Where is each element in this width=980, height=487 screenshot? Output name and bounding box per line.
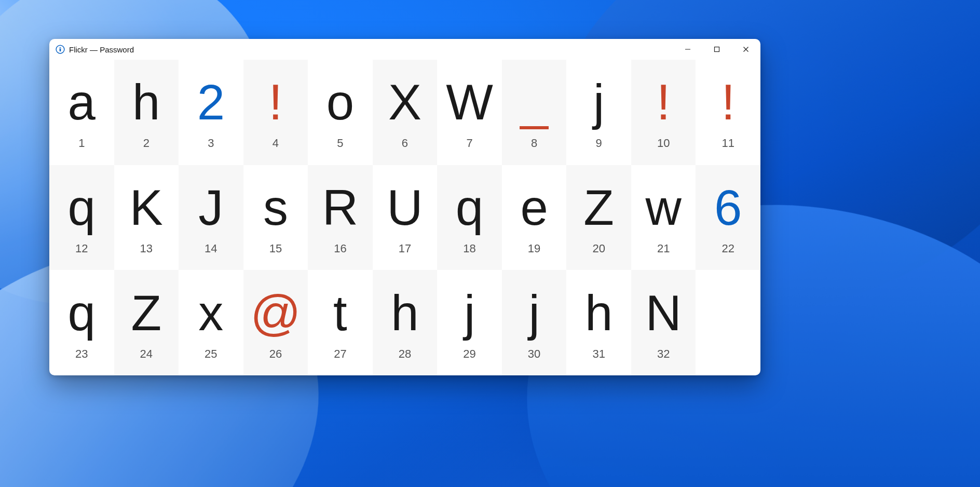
password-char-cell: h28: [373, 270, 438, 375]
password-char: R: [322, 183, 358, 233]
password-char-cell: a1: [49, 60, 114, 165]
password-char: j: [464, 288, 475, 338]
password-char-cell: X6: [373, 60, 438, 165]
password-char-position: 32: [657, 347, 670, 361]
password-char-position: 1: [78, 137, 85, 150]
password-char-position: 24: [140, 347, 153, 361]
password-grid: a1h223!4o5X6W7_8j9!10!11q12K13J14s15R16U…: [49, 60, 760, 375]
password-char-cell: Z20: [566, 165, 631, 270]
password-char-cell: q23: [49, 270, 114, 375]
password-char-position: 7: [466, 137, 472, 150]
window-title: Flickr — Password: [69, 45, 134, 54]
password-char-cell: _8: [502, 60, 567, 165]
password-char-position: 26: [269, 347, 282, 361]
password-char-cell: N32: [631, 270, 696, 375]
maximize-button[interactable]: [702, 39, 731, 60]
password-char-cell: j30: [502, 270, 567, 375]
password-char-position: 25: [205, 347, 217, 361]
password-char-position: 15: [269, 242, 282, 255]
password-char: U: [387, 183, 423, 233]
password-char: 2: [197, 77, 225, 127]
password-char-position: 12: [75, 242, 88, 255]
password-char-position: 23: [75, 347, 88, 361]
window-controls: [673, 39, 760, 60]
svg-rect-4: [715, 47, 719, 52]
password-char-cell: !10: [631, 60, 696, 165]
password-char-position: 9: [596, 137, 602, 150]
password-char-position: 18: [463, 242, 475, 255]
password-char: o: [326, 77, 354, 127]
password-char-cell: x25: [179, 270, 243, 375]
password-char-position: 27: [334, 347, 346, 361]
password-char-position: 28: [399, 347, 411, 361]
password-char: J: [198, 183, 223, 233]
password-char-position: 5: [337, 137, 343, 150]
password-char: X: [388, 77, 421, 127]
password-char-cell: t27: [308, 270, 373, 375]
password-char-cell: @26: [243, 270, 308, 375]
password-char: q: [68, 288, 96, 338]
password-char-cell: j9: [566, 60, 631, 165]
password-char-cell: h2: [114, 60, 179, 165]
password-char-cell: 622: [696, 165, 760, 270]
password-char: !: [269, 77, 283, 127]
password-char: s: [263, 183, 288, 233]
password-char: e: [520, 183, 548, 233]
password-char-position: 2: [143, 137, 149, 150]
password-char-position: 8: [531, 137, 537, 150]
password-char-cell: q12: [49, 165, 114, 270]
password-char: !: [721, 77, 735, 127]
password-char-cell: e19: [502, 165, 567, 270]
password-char-cell: U17: [373, 165, 438, 270]
app-icon: [56, 45, 65, 54]
password-char-position: 20: [592, 242, 605, 255]
password-char-position: 11: [722, 137, 734, 150]
titlebar: Flickr — Password: [49, 39, 760, 60]
password-char-cell: j29: [437, 270, 502, 375]
password-char-position: 30: [528, 347, 540, 361]
password-char: q: [68, 183, 96, 233]
password-char: W: [446, 77, 493, 127]
password-char-position: 29: [463, 347, 475, 361]
password-char: h: [391, 288, 418, 338]
password-char: j: [593, 77, 604, 127]
password-char-cell: W7: [437, 60, 502, 165]
password-char: N: [646, 288, 682, 338]
password-char-cell-blank: ·: [696, 270, 760, 375]
password-char-position: 10: [657, 137, 670, 150]
password-char: _: [520, 77, 548, 127]
password-char-position: 4: [273, 137, 279, 150]
password-char-cell: 23: [179, 60, 243, 165]
password-char: @: [250, 288, 301, 338]
password-char: 6: [714, 183, 742, 233]
password-char-cell: R16: [308, 165, 373, 270]
minimize-button[interactable]: [673, 39, 702, 60]
password-char: q: [456, 183, 483, 233]
password-char-position: 3: [208, 137, 214, 150]
password-char-position: 22: [722, 242, 734, 255]
svg-rect-2: [60, 48, 60, 49]
password-char: Z: [131, 288, 161, 338]
close-button[interactable]: [731, 39, 760, 60]
password-char-position: 6: [402, 137, 408, 150]
password-char: h: [585, 288, 612, 338]
password-char-cell: q18: [437, 165, 502, 270]
password-char: t: [333, 288, 347, 338]
password-char-position: 21: [657, 242, 670, 255]
password-char: x: [198, 288, 223, 338]
password-char-cell: w21: [631, 165, 696, 270]
password-char: ·: [721, 295, 735, 345]
password-char-cell: s15: [243, 165, 308, 270]
password-char-position: 19: [528, 242, 540, 255]
password-char-cell: h31: [566, 270, 631, 375]
password-char-position: 16: [334, 242, 346, 255]
password-char: j: [528, 288, 539, 338]
password-char-position: 17: [399, 242, 411, 255]
password-char-cell: !4: [243, 60, 308, 165]
password-large-type-window: Flickr — Password a1h223!4o5X6W7_8j9!10!…: [49, 39, 760, 375]
password-char-cell: J14: [179, 165, 243, 270]
password-char-position: 14: [205, 242, 217, 255]
password-char-cell: K13: [114, 165, 179, 270]
password-char: K: [130, 183, 163, 233]
password-char: h: [132, 77, 160, 127]
